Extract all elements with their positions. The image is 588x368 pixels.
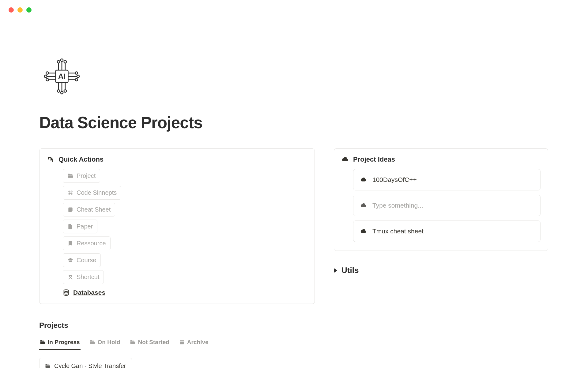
close-window-icon[interactable] xyxy=(9,7,14,13)
quick-action-code-snippets[interactable]: Code Sinnepts xyxy=(63,186,121,200)
quick-action-paper[interactable]: Paper xyxy=(63,220,97,233)
bookmark-icon xyxy=(67,240,74,247)
project-row[interactable]: Cycle Gan - Style Transfer xyxy=(39,358,132,368)
utils-title: Utils xyxy=(341,266,359,275)
tab-label: Not Started xyxy=(138,339,169,346)
quick-action-cheat-sheet[interactable]: Cheat Sheet xyxy=(63,203,115,217)
svg-point-4 xyxy=(57,60,60,63)
project-idea-item[interactable]: 100DaysOfC++ xyxy=(353,169,541,190)
cloud-icon xyxy=(360,202,367,209)
pointer-icon xyxy=(47,156,54,163)
command-icon xyxy=(67,190,74,196)
project-idea-placeholder: Type something... xyxy=(372,202,423,209)
svg-point-8 xyxy=(64,60,66,63)
folder-icon xyxy=(90,339,95,345)
svg-point-10 xyxy=(57,90,60,92)
cloud-icon xyxy=(341,156,349,163)
window-controls xyxy=(0,0,588,13)
project-idea-item[interactable]: Tmux cheat sheet xyxy=(353,220,541,242)
quick-actions-card: Quick Actions Project Code Sinnepts Chea… xyxy=(39,148,315,304)
project-idea-new-input[interactable]: Type something... xyxy=(353,195,541,216)
project-idea-label: Tmux cheat sheet xyxy=(372,228,424,235)
scissors-icon xyxy=(67,274,74,280)
tab-in-progress[interactable]: In Progress xyxy=(39,337,81,350)
quick-action-label: Project xyxy=(77,172,96,179)
projects-tabs: In Progress On Hold Not Started Archive xyxy=(39,337,315,351)
quick-action-project[interactable]: Project xyxy=(63,169,100,183)
projects-section-title: Projects xyxy=(39,321,315,330)
tab-label: Archive xyxy=(187,339,209,346)
page-icon xyxy=(67,224,74,230)
minimize-window-icon[interactable] xyxy=(17,7,23,13)
note-icon xyxy=(67,207,74,213)
maximize-window-icon[interactable] xyxy=(26,7,32,13)
databases-link[interactable]: Databases xyxy=(73,289,105,296)
tab-archive[interactable]: Archive xyxy=(179,337,209,350)
page-title: Data Science Projects xyxy=(39,113,549,132)
quick-actions-title: Quick Actions xyxy=(58,155,104,163)
cloud-icon xyxy=(360,228,367,235)
cloud-icon xyxy=(360,176,367,183)
svg-point-6 xyxy=(61,59,63,61)
archive-icon xyxy=(179,339,185,345)
folder-icon xyxy=(45,363,51,368)
tab-not-started[interactable]: Not Started xyxy=(129,337,170,350)
triangle-right-icon xyxy=(334,268,337,273)
svg-text:AI: AI xyxy=(58,72,66,80)
quick-action-label: Course xyxy=(77,257,96,264)
utils-toggle[interactable]: Utils xyxy=(334,266,548,275)
project-idea-label: 100DaysOfC++ xyxy=(372,176,417,183)
quick-action-course[interactable]: Course xyxy=(63,253,101,267)
tab-on-hold[interactable]: On Hold xyxy=(89,337,121,350)
svg-point-14 xyxy=(64,90,66,92)
quick-action-label: Shortcut xyxy=(77,274,99,281)
quick-action-label: Code Sinnepts xyxy=(77,189,117,196)
svg-point-20 xyxy=(46,79,48,81)
quick-action-shortcut[interactable]: Shortcut xyxy=(63,270,104,284)
svg-point-22 xyxy=(75,72,78,74)
quick-action-label: Cheat Sheet xyxy=(77,206,111,213)
svg-point-18 xyxy=(44,75,47,78)
quick-action-label: Paper xyxy=(77,223,93,230)
svg-point-24 xyxy=(77,75,79,78)
graduation-icon xyxy=(67,257,74,263)
page-icon-ai-chip: AI xyxy=(41,56,549,98)
svg-point-16 xyxy=(46,72,48,74)
quick-action-label: Ressource xyxy=(77,240,106,247)
folder-icon xyxy=(40,339,45,345)
svg-point-12 xyxy=(61,91,63,94)
database-icon xyxy=(63,289,70,296)
quick-action-ressource[interactable]: Ressource xyxy=(63,236,111,250)
folder-icon xyxy=(67,173,74,179)
svg-point-26 xyxy=(75,79,78,81)
project-ideas-title: Project Ideas xyxy=(353,155,395,163)
project-row-label: Cycle Gan - Style Transfer xyxy=(54,362,126,368)
tab-label: In Progress xyxy=(48,339,80,346)
folder-icon xyxy=(130,339,135,345)
project-ideas-card: Project Ideas 100DaysOfC++ Type somethin… xyxy=(334,148,548,251)
tab-label: On Hold xyxy=(98,339,120,346)
